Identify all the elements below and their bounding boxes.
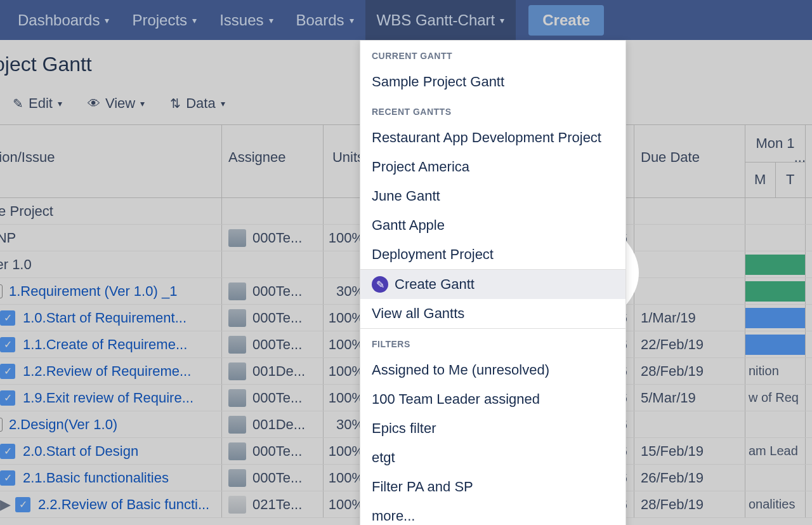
assignee-text: 001De... (252, 363, 305, 380)
expand-icon[interactable]: ▶ (0, 500, 10, 510)
cell-assignee: 001De... (222, 411, 324, 437)
cell-assignee: 001De... (222, 358, 324, 384)
version-text: 1.Requirement (Ver 1.0) _1 (9, 283, 177, 300)
col-due[interactable]: Due Date (634, 125, 745, 197)
data-button[interactable]: ⇅Data▾ (170, 95, 225, 112)
checkbox-icon: ✓ (0, 390, 15, 406)
nav-boards[interactable]: Boards▾ (285, 0, 365, 40)
create-button[interactable]: Create (528, 5, 604, 36)
checkbox-icon: ✓ (0, 444, 15, 459)
cell-assignee: 000Te... (222, 438, 324, 464)
cell-version[interactable]: ⚙1.Requirement (Ver 1.0) _1 (0, 278, 222, 304)
dropdown-filter-item[interactable]: Filter PA and SP (360, 472, 625, 502)
bar-text: w of Req (749, 390, 799, 405)
nav-issues[interactable]: Issues▾ (208, 0, 284, 40)
assignee-text: 000Te... (252, 390, 302, 406)
version-text: ple Project (0, 203, 53, 220)
assignee-text: 000Te... (252, 470, 302, 486)
cell-assignee: 021Te... (222, 491, 324, 517)
avatar (228, 469, 246, 487)
dropdown-filter-item[interactable]: 100 Team Leader assigned (360, 385, 625, 414)
assignee-text: 000Te... (252, 283, 302, 300)
chevron-down-icon: ▾ (350, 15, 354, 25)
edit-button[interactable]: ✎Edit▾ (13, 95, 62, 112)
dropdown-recent-item[interactable]: Project America (360, 152, 625, 182)
version-text: 1.9.Exit review of Require... (23, 390, 193, 406)
cell-due-date: 28/Feb/19 (634, 491, 745, 517)
avatar (228, 389, 246, 407)
top-navigation: Dashboards▾ Projects▾ Issues▾ Boards▾ WB… (0, 0, 812, 40)
dropdown-recent-item[interactable]: Deployment Project (360, 240, 625, 269)
toolbar-label: Data (186, 95, 215, 112)
dropdown-recent-item[interactable]: Gantt Apple (360, 211, 625, 240)
gear-icon: ⚙ (0, 284, 3, 298)
dropdown-create-gantt[interactable]: ✎ Create Gantt (360, 270, 625, 299)
bar-text: nition (749, 364, 779, 378)
cell-due-date: 28/Feb/19 (634, 358, 745, 384)
date-sub-m: M (745, 163, 776, 197)
cell-version[interactable]: ple Project (0, 198, 222, 224)
cell-due-date: 5/Mar/19 (634, 385, 745, 411)
checkbox-icon: ✓ (15, 497, 30, 512)
cell-version[interactable]: ⚙2.Design(Ver 1.0) (0, 411, 222, 437)
cell-version[interactable]: Ver 1.0 (0, 251, 222, 277)
chevron-down-icon: ▾ (192, 15, 197, 25)
cell-due-date (634, 225, 745, 251)
cell-assignee (222, 251, 324, 277)
cell-gantt-bar (745, 251, 806, 277)
version-text: 1.1.Create of Requireme... (23, 336, 187, 353)
col-assignee[interactable]: Assignee (222, 125, 324, 197)
checkbox-icon: ✓ (0, 470, 15, 486)
cell-version[interactable]: KNP (0, 225, 222, 251)
avatar (228, 362, 246, 380)
dropdown-filter-item[interactable]: more... (360, 502, 625, 525)
dropdown-section-filters: FILTERS (360, 329, 625, 356)
cell-due-date: 15/Feb/19 (634, 438, 745, 464)
col-version[interactable]: rsion/Issue (0, 125, 222, 197)
nav-label: Boards (296, 11, 344, 29)
avatar (228, 496, 246, 514)
avatar (228, 229, 246, 247)
version-text: 1.0.Start of Requirement... (23, 310, 187, 326)
nav-dashboards[interactable]: Dashboards▾ (6, 0, 121, 40)
toolbar-label: Edit (29, 95, 53, 112)
cell-version[interactable]: ▶✓2.2.Review of Basic functi... (0, 491, 222, 517)
chevron-down-icon: ▾ (221, 98, 225, 109)
date-sub-t: T (776, 163, 806, 197)
view-button[interactable]: 👁View▾ (88, 95, 145, 112)
cell-due-date (634, 251, 745, 277)
cell-gantt-bar (745, 198, 806, 224)
bar-text: onalities (749, 497, 795, 512)
nav-wbs-gantt[interactable]: WBS Gantt-Chart▾ (365, 0, 516, 40)
dropdown-current-gantt[interactable]: Sample Project Gantt (360, 67, 625, 96)
cell-version[interactable]: ✓1.2.Review of Requireme... (0, 358, 222, 384)
dropdown-recent-item[interactable]: June Gantt (360, 182, 625, 211)
avatar (228, 442, 246, 460)
cell-gantt-bar: nition (745, 358, 806, 384)
assignee-text: 000Te... (252, 230, 302, 246)
nav-label: Issues (219, 11, 263, 29)
dropdown-view-all[interactable]: View all Gantts (360, 299, 625, 328)
checkbox-icon: ✓ (0, 364, 15, 379)
dropdown-filter-item[interactable]: Assigned to Me (unresolved) (360, 356, 625, 385)
assignee-text: 000Te... (252, 443, 302, 460)
eye-icon: 👁 (88, 96, 100, 111)
version-text: 2.2.Review of Basic functi... (38, 496, 209, 513)
dropdown-section-recent: RECENT GANTTS (360, 96, 625, 123)
toolbar-label: View (105, 95, 135, 112)
cell-version[interactable]: ✓1.0.Start of Requirement... (0, 305, 222, 331)
nav-projects[interactable]: Projects▾ (121, 0, 208, 40)
cell-assignee: 000Te... (222, 465, 324, 491)
dropdown-recent-item[interactable]: Restaurant App Development Project (360, 123, 625, 152)
cell-version[interactable]: ✓2.1.Basic functionalities (0, 465, 222, 491)
dropdown-section-current: CURRENT GANTT (360, 41, 625, 67)
assignee-text: 021Te... (252, 496, 302, 513)
dropdown-filter-item[interactable]: etgt (360, 443, 625, 472)
cell-version[interactable]: ✓1.1.Create of Requireme... (0, 331, 222, 357)
cell-version[interactable]: ✓2.0.Start of Design (0, 438, 222, 464)
dropdown-filter-item[interactable]: Epics filter (360, 414, 625, 443)
checkbox-icon: ✓ (0, 310, 15, 326)
assignee-text: 001De... (252, 416, 305, 433)
version-text: 2.0.Start of Design (23, 443, 138, 460)
cell-version[interactable]: ✓1.9.Exit review of Require... (0, 385, 222, 411)
